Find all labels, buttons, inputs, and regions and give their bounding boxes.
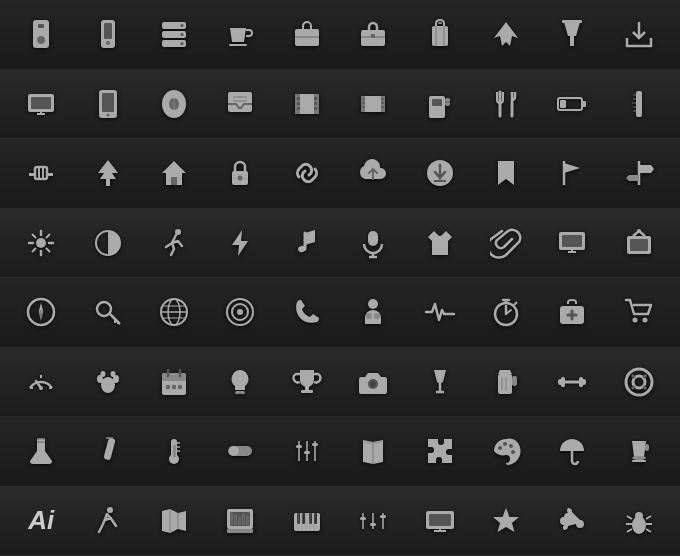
piano-icon[interactable] xyxy=(277,495,337,547)
calendar-icon[interactable] xyxy=(144,356,204,408)
target-icon[interactable] xyxy=(210,286,270,338)
running-icon[interactable] xyxy=(144,217,204,269)
medkit-icon[interactable] xyxy=(542,286,602,338)
svg-rect-61 xyxy=(636,91,642,117)
download-icon[interactable] xyxy=(410,147,470,199)
test-tube-icon[interactable] xyxy=(78,425,138,477)
cloud-upload-icon[interactable] xyxy=(343,147,403,199)
cup-icon[interactable] xyxy=(609,425,669,477)
flag-icon[interactable] xyxy=(542,147,602,199)
film-icon[interactable] xyxy=(277,78,337,130)
coffee-icon[interactable] xyxy=(210,8,270,60)
display-icon[interactable] xyxy=(210,495,270,547)
compass-icon[interactable] xyxy=(11,286,71,338)
paperclip-icon[interactable] xyxy=(476,217,536,269)
half-circle-icon[interactable] xyxy=(78,217,138,269)
bookmark-icon[interactable] xyxy=(476,147,536,199)
star-icon[interactable] xyxy=(476,495,536,547)
inbox-icon[interactable] xyxy=(210,78,270,130)
tablet-icon[interactable] xyxy=(78,78,138,130)
svg-line-239 xyxy=(646,529,651,532)
tree-icon[interactable] xyxy=(78,147,138,199)
retro-tv-icon[interactable] xyxy=(609,217,669,269)
dumbbell-icon[interactable] xyxy=(542,356,602,408)
lifebuoy-icon[interactable] xyxy=(609,356,669,408)
phone-icon[interactable] xyxy=(78,8,138,60)
power-icon[interactable] xyxy=(11,147,71,199)
svg-rect-95 xyxy=(368,231,378,246)
svg-rect-101 xyxy=(630,239,648,251)
globe-icon[interactable] xyxy=(144,286,204,338)
monitor-icon[interactable] xyxy=(542,217,602,269)
fork-knife-icon[interactable] xyxy=(476,78,536,130)
screen-icon[interactable] xyxy=(410,495,470,547)
palette-icon[interactable] xyxy=(476,425,536,477)
svg-rect-214 xyxy=(297,513,300,524)
airplane-icon[interactable] xyxy=(476,8,536,60)
heartbeat-icon[interactable] xyxy=(410,286,470,338)
svg-point-233 xyxy=(635,512,643,520)
icon-row-6 xyxy=(0,417,680,487)
paw-icon[interactable] xyxy=(78,356,138,408)
toilet-paper-icon[interactable] xyxy=(144,78,204,130)
sliders-icon[interactable] xyxy=(343,495,403,547)
toggle-icon[interactable] xyxy=(210,425,270,477)
walking-icon[interactable] xyxy=(78,495,138,547)
svg-rect-211 xyxy=(242,514,245,525)
svg-point-9 xyxy=(180,24,183,27)
map-icon[interactable] xyxy=(144,495,204,547)
sun-icon[interactable] xyxy=(11,217,71,269)
phone-call-icon[interactable] xyxy=(277,286,337,338)
lightning-icon[interactable] xyxy=(210,217,270,269)
server-icon[interactable] xyxy=(144,8,204,60)
icon-row-4 xyxy=(0,278,680,348)
download-tray-icon[interactable] xyxy=(609,8,669,60)
bug-icon[interactable] xyxy=(609,495,669,547)
camera-icon[interactable] xyxy=(343,356,403,408)
briefcase-icon[interactable] xyxy=(277,8,337,60)
lamp-icon[interactable] xyxy=(542,8,602,60)
key-icon[interactable] xyxy=(78,286,138,338)
gas-station-icon[interactable] xyxy=(410,78,470,130)
umbrella-icon[interactable] xyxy=(542,425,602,477)
svg-rect-27 xyxy=(102,93,114,112)
svg-rect-212 xyxy=(246,516,249,525)
svg-rect-216 xyxy=(309,513,312,524)
stopwatch-icon[interactable] xyxy=(476,286,536,338)
microphone-icon[interactable] xyxy=(343,217,403,269)
beer-icon[interactable] xyxy=(476,356,536,408)
luggage-icon[interactable] xyxy=(410,8,470,60)
trophy-icon[interactable] xyxy=(277,356,337,408)
thermometer-icon[interactable] xyxy=(144,425,204,477)
wine-glass-icon[interactable] xyxy=(410,356,470,408)
svg-point-199 xyxy=(632,456,646,460)
cart-icon[interactable] xyxy=(609,286,669,338)
toolbox-icon[interactable] xyxy=(343,8,403,60)
svg-rect-39 xyxy=(297,107,300,110)
ipod-icon[interactable] xyxy=(11,8,71,60)
icon-row-0 xyxy=(0,0,680,70)
svg-rect-21 xyxy=(438,22,442,24)
home-icon[interactable] xyxy=(144,147,204,199)
music-note-icon[interactable] xyxy=(277,217,337,269)
book-open-icon[interactable] xyxy=(343,425,403,477)
person-icon[interactable] xyxy=(343,286,403,338)
lock-icon[interactable] xyxy=(210,147,270,199)
ai-label[interactable]: Ai xyxy=(11,495,71,547)
speedometer-icon[interactable] xyxy=(11,356,71,408)
battery-low-icon[interactable] xyxy=(542,78,602,130)
chain-icon[interactable] xyxy=(277,147,337,199)
puzzle-icon[interactable] xyxy=(410,425,470,477)
tv-icon[interactable] xyxy=(11,78,71,130)
ruler-icon[interactable] xyxy=(609,78,669,130)
bulb-icon[interactable] xyxy=(210,356,270,408)
bone-icon[interactable] xyxy=(542,495,602,547)
signpost-icon[interactable] xyxy=(609,147,669,199)
equalizer-icon[interactable] xyxy=(277,425,337,477)
flask-icon[interactable] xyxy=(11,425,71,477)
svg-rect-159 xyxy=(498,374,512,394)
svg-point-133 xyxy=(632,318,637,323)
svg-point-28 xyxy=(106,113,109,116)
film2-icon[interactable] xyxy=(343,78,403,130)
shirt-icon[interactable] xyxy=(410,217,470,269)
